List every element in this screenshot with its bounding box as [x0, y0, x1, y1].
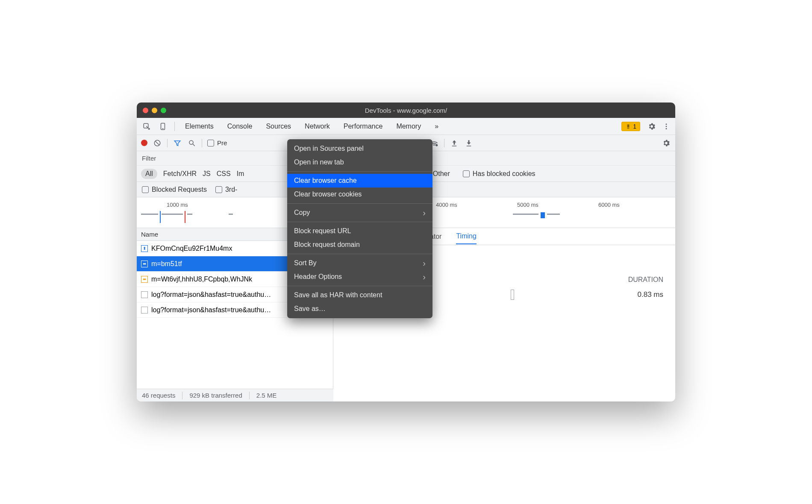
third-party-label: 3rd- — [225, 186, 237, 193]
tick-5000: 5000 ms — [517, 202, 538, 208]
menu-open-new-tab[interactable]: Open in new tab — [287, 155, 432, 169]
file-icon: ⬌ — [141, 261, 148, 267]
file-icon — [141, 307, 148, 314]
tick-1000: 1000 ms — [167, 202, 188, 208]
menu-clear-cookies[interactable]: Clear browser cookies — [287, 188, 432, 201]
menu-copy[interactable]: Copy — [287, 206, 432, 220]
third-party-checkbox[interactable]: 3rd- — [215, 186, 237, 193]
separator — [444, 139, 444, 147]
menu-clear-cache[interactable]: Clear browser cache — [287, 174, 432, 188]
request-name: log?format=json&hasfast=true&authu… — [151, 306, 271, 314]
has-blocked-cookies-label: Has blocked cookies — [473, 170, 535, 178]
filter-css[interactable]: CSS — [217, 170, 231, 178]
file-icon: ⬌ — [141, 276, 148, 283]
preserve-log-label: Pre — [217, 139, 227, 147]
separator — [174, 122, 175, 131]
tab-memory[interactable]: Memory — [389, 118, 428, 135]
file-icon: ⬍ — [141, 245, 148, 252]
tab-timing[interactable]: Timing — [456, 232, 476, 244]
download-har-icon[interactable] — [464, 138, 474, 148]
window-title: DevTools - www.google.com/ — [137, 107, 675, 114]
filter-icon[interactable] — [173, 138, 182, 148]
svg-rect-3 — [627, 124, 630, 127]
filter-js[interactable]: JS — [203, 170, 211, 178]
chevron-right-icon — [423, 272, 426, 282]
svg-point-12 — [436, 144, 438, 146]
duration-label: DURATION — [628, 276, 663, 284]
request-name: m=Wt6vjf,hhhU8,FCpbqb,WhJNk — [151, 275, 252, 283]
blocked-requests-label: Blocked Requests — [152, 186, 207, 193]
filter-fetch-xhr[interactable]: Fetch/XHR — [163, 170, 197, 178]
checkbox-icon — [142, 186, 149, 193]
checkbox-icon — [463, 170, 470, 177]
request-name: m=bm51tf — [151, 260, 182, 268]
domcontentloaded-marker — [160, 211, 161, 223]
svg-point-6 — [666, 126, 667, 127]
filter-all[interactable]: All — [141, 169, 157, 179]
menu-block-domain[interactable]: Block request domain — [287, 238, 432, 252]
devtools-window: DevTools - www.google.com/ Elements Cons… — [137, 103, 675, 401]
device-toggle-icon[interactable] — [157, 121, 168, 132]
menu-save-har[interactable]: Save all as HAR with content — [287, 288, 432, 302]
queueing-bar — [511, 290, 514, 300]
svg-point-7 — [666, 128, 667, 129]
menu-save-as[interactable]: Save as… — [287, 302, 432, 316]
has-blocked-cookies-checkbox[interactable]: Has blocked cookies — [463, 170, 535, 178]
menu-sort-by[interactable]: Sort By — [287, 256, 432, 270]
status-requests: 46 requests — [142, 392, 175, 399]
menu-open-sources[interactable]: Open in Sources panel — [287, 142, 432, 155]
load-marker — [185, 211, 185, 223]
tabs-overflow[interactable]: » — [428, 118, 445, 135]
filter-img[interactable]: Im — [237, 170, 244, 178]
tab-elements[interactable]: Elements — [178, 118, 221, 135]
network-settings-icon[interactable] — [662, 138, 671, 148]
queueing-value: 0.83 ms — [638, 290, 663, 299]
preserve-log-checkbox[interactable]: Pre — [207, 139, 227, 147]
chevron-right-icon — [423, 208, 426, 218]
record-button[interactable] — [141, 140, 147, 146]
tick-6000: 6000 ms — [598, 202, 620, 208]
timeline-handle[interactable] — [541, 212, 545, 218]
tab-network[interactable]: Network — [298, 118, 337, 135]
tab-console[interactable]: Console — [221, 118, 259, 135]
settings-icon[interactable] — [646, 121, 657, 132]
blocked-requests-checkbox[interactable]: Blocked Requests — [142, 186, 207, 193]
menu-header-options[interactable]: Header Options — [287, 270, 432, 284]
titlebar: DevTools - www.google.com/ — [137, 103, 675, 118]
tick-4000: 4000 ms — [436, 202, 457, 208]
separator — [167, 139, 168, 147]
maximize-window-button[interactable] — [161, 108, 166, 113]
more-menu-icon[interactable] — [661, 121, 672, 132]
filter-other[interactable]: Other — [433, 170, 450, 178]
issues-count: 1 — [633, 123, 636, 130]
window-controls — [143, 108, 166, 113]
svg-line-9 — [156, 141, 159, 145]
issues-badge[interactable]: 1 — [621, 122, 640, 131]
inspect-icon[interactable] — [141, 121, 152, 132]
svg-rect-4 — [627, 128, 630, 129]
status-size: 2.5 ME — [256, 392, 277, 399]
file-icon — [141, 291, 148, 298]
svg-point-5 — [666, 123, 667, 125]
search-icon[interactable] — [187, 138, 197, 148]
column-name[interactable]: Name — [141, 231, 158, 238]
panel-tabs: Elements Console Sources Network Perform… — [137, 118, 675, 135]
upload-har-icon[interactable] — [450, 138, 459, 148]
filter-input[interactable]: Filter — [142, 155, 156, 162]
minimize-window-button[interactable] — [152, 108, 157, 113]
separator — [202, 139, 202, 147]
svg-line-11 — [193, 144, 195, 146]
context-menu: Open in Sources panel Open in new tab Cl… — [287, 139, 432, 318]
tab-performance[interactable]: Performance — [337, 118, 390, 135]
checkbox-icon — [207, 140, 214, 147]
request-name: log?format=json&hasfast=true&authu… — [151, 291, 271, 299]
menu-block-url[interactable]: Block request URL — [287, 224, 432, 238]
close-window-button[interactable] — [143, 108, 148, 113]
clear-icon[interactable] — [153, 138, 162, 148]
tab-sources[interactable]: Sources — [259, 118, 298, 135]
status-transferred: 929 kB transferred — [189, 392, 242, 399]
chevron-right-icon — [423, 258, 426, 268]
checkbox-icon — [215, 186, 222, 193]
svg-point-10 — [189, 141, 193, 144]
request-name: KFOmCnqEu92Fr1Mu4mx — [151, 245, 232, 252]
